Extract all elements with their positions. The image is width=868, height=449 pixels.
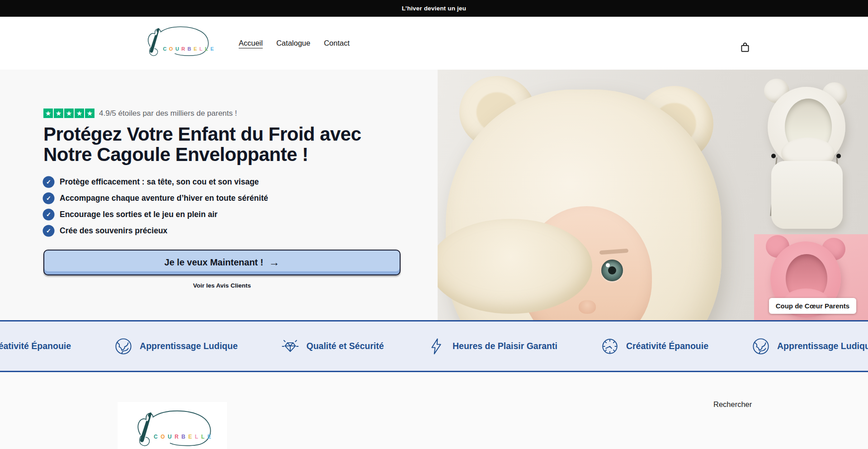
globe-icon — [751, 337, 770, 356]
hero-image: Coup de Cœur Parents — [438, 70, 868, 320]
cart-button[interactable] — [736, 38, 754, 57]
announcement-text: L’hiver devient un jeu — [402, 5, 466, 12]
marquee-item: Apprentissage Ludique — [751, 337, 868, 356]
nav-link-catalogue[interactable]: Catalogue — [276, 39, 310, 47]
footer: COURBELLE Rechercher — [0, 372, 868, 449]
rating-text: 4.9/5 étoiles par des milliers de parent… — [99, 109, 237, 118]
rating-row: ★ ★ ★ ★ ★ 4.9/5 étoiles par des milliers… — [43, 109, 438, 118]
main-nav: Accueil Catalogue Contact — [239, 17, 349, 70]
announcement-bar: L’hiver devient un jeu — [0, 0, 868, 17]
marquee-label: Qualité et Sécurité — [307, 341, 384, 351]
page: L’hiver devient un jeu COURBELLE Accueil… — [0, 0, 868, 449]
product-photo-white — [756, 77, 861, 229]
benefit-item: ✓ Encourage les sorties et le jeu en ple… — [43, 209, 438, 220]
benefits-list: ✓ Protège efficacement : sa tête, son co… — [43, 177, 438, 236]
benefit-text: Protège efficacement : sa tête, son cou … — [60, 177, 259, 187]
footer-logo[interactable]: COURBELLE — [118, 402, 227, 449]
benefit-item: ✓ Accompagne chaque aventure d’hiver en … — [43, 193, 438, 203]
cta-label: Je le veux Maintenant ! — [165, 257, 264, 268]
benefit-text: Accompagne chaque aventure d’hiver en to… — [60, 194, 268, 203]
footer-search-link[interactable]: Rechercher — [713, 400, 752, 409]
marquee-item: Créativité Épanouie — [600, 337, 708, 356]
star-icon: ★ — [54, 109, 63, 118]
benefit-item: ✓ Protège efficacement : sa tête, son co… — [43, 177, 438, 187]
header: COURBELLE Accueil Catalogue Contact — [0, 17, 868, 70]
marquee-label: Créativité Épanouie — [626, 341, 708, 351]
cta-button[interactable]: Je le veux Maintenant ! → — [43, 250, 401, 275]
shopping-bag-icon — [739, 42, 751, 53]
hero-content: ★ ★ ★ ★ ★ 4.9/5 étoiles par des milliers… — [0, 70, 438, 320]
hero-title: Protégez Votre Enfant du Froid avec Notr… — [43, 124, 396, 165]
marquee-item: Apprentissage Ludique — [114, 337, 238, 356]
arrow-right-icon: → — [269, 257, 279, 268]
logo-wordmark: COURBELLE — [154, 434, 211, 440]
marquee-label: Apprentissage Ludique — [140, 341, 238, 351]
marquee-label: Apprentissage Ludique — [777, 341, 868, 351]
star-icon: ★ — [75, 109, 84, 118]
benefit-item: ✓ Crée des souvenirs précieux — [43, 226, 438, 236]
marquee-label: Créativité Épanouie — [0, 341, 71, 351]
benefit-text: Crée des souvenirs précieux — [60, 226, 167, 236]
reviews-link[interactable]: Voir les Avis Clients — [43, 282, 401, 289]
nav-link-contact[interactable]: Contact — [324, 39, 349, 47]
parents-favorite-badge: Coup de Cœur Parents — [769, 298, 856, 314]
marquee-item: Qualité et Sécurité — [281, 337, 384, 356]
seal-check-icon: ✓ — [43, 209, 54, 220]
trustpilot-stars-icon: ★ ★ ★ ★ ★ — [43, 109, 94, 118]
seal-check-icon: ✓ — [43, 226, 54, 236]
needle-thread-icon — [138, 21, 215, 66]
seal-check-icon: ✓ — [43, 193, 54, 203]
gem-icon — [281, 337, 300, 356]
globe-icon — [114, 337, 133, 356]
hero-section: ★ ★ ★ ★ ★ 4.9/5 étoiles par des milliers… — [0, 70, 868, 320]
benefit-text: Encourage les sorties et le jeu en plein… — [60, 210, 217, 219]
marquee-track: Créativité Épanouie Apprentissage Ludiqu… — [0, 321, 868, 371]
logo-wordmark: COURBELLE — [163, 46, 214, 52]
seal-check-icon: ✓ — [43, 177, 54, 187]
star-icon: ★ — [64, 109, 74, 118]
marquee-item: Heures de Plaisir Garanti — [427, 337, 557, 356]
header-logo[interactable]: COURBELLE — [138, 21, 215, 66]
star-icon: ★ — [43, 109, 53, 118]
nav-link-accueil[interactable]: Accueil — [239, 39, 263, 47]
bolt-icon — [427, 337, 446, 356]
marquee-item: Créativité Épanouie — [0, 337, 71, 356]
marquee-label: Heures de Plaisir Garanti — [453, 341, 557, 351]
star-icon: ★ — [85, 109, 94, 118]
needle-thread-icon — [126, 406, 219, 449]
clock-icon — [600, 337, 619, 356]
benefits-marquee: Créativité Épanouie Apprentissage Ludiqu… — [0, 320, 868, 372]
